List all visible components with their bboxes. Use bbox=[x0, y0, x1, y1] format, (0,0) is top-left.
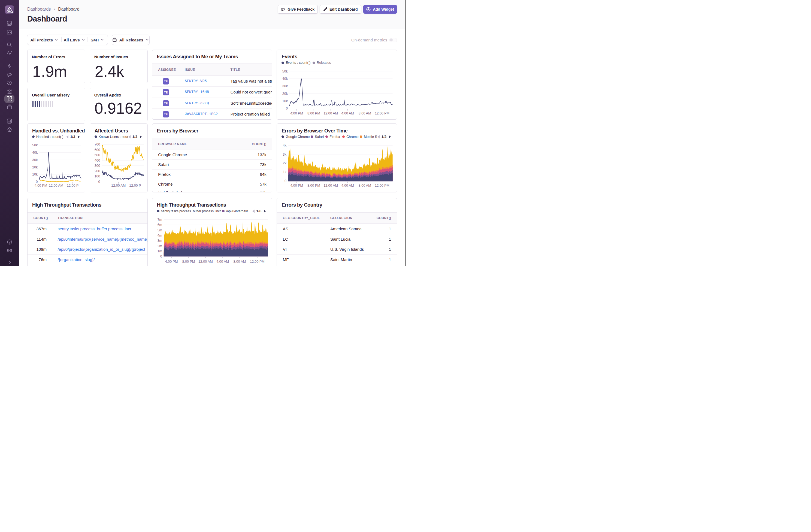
svg-text:3k: 3k bbox=[283, 153, 287, 156]
svg-text:12:00 AM: 12:00 AM bbox=[198, 259, 213, 263]
svg-text:12:00 AM: 12:00 AM bbox=[111, 184, 126, 187]
svg-text:12:00 PM: 12:00 PM bbox=[250, 259, 265, 263]
svg-text:4:00 PM: 4:00 PM bbox=[291, 111, 303, 115]
svg-text:4k: 4k bbox=[283, 143, 287, 148]
svg-text:12:00 PM: 12:00 PM bbox=[375, 184, 390, 187]
svg-text:20k: 20k bbox=[282, 92, 288, 95]
svg-text:7m: 7m bbox=[157, 218, 162, 222]
svg-text:30k: 30k bbox=[32, 158, 38, 162]
svg-text:20k: 20k bbox=[32, 165, 38, 169]
svg-text:12:00 AM: 12:00 AM bbox=[323, 111, 338, 115]
svg-text:600: 600 bbox=[94, 148, 100, 152]
svg-text:8:00 PM: 8:00 PM bbox=[307, 184, 320, 187]
svg-text:10k: 10k bbox=[282, 99, 288, 103]
svg-text:5m: 5m bbox=[157, 228, 162, 232]
svg-text:12:00 P: 12:00 P bbox=[129, 184, 141, 187]
svg-text:1k: 1k bbox=[283, 170, 287, 174]
svg-text:500: 500 bbox=[94, 153, 100, 157]
svg-text:40k: 40k bbox=[32, 151, 38, 154]
svg-text:0: 0 bbox=[286, 106, 288, 110]
svg-text:40k: 40k bbox=[282, 77, 288, 81]
svg-text:8:00 AM: 8:00 AM bbox=[358, 111, 371, 115]
svg-text:400: 400 bbox=[94, 158, 100, 163]
svg-text:4:00 PM: 4:00 PM bbox=[165, 259, 178, 263]
svg-text:8:00 AM: 8:00 AM bbox=[233, 259, 246, 263]
svg-text:4:00 AM: 4:00 AM bbox=[341, 111, 354, 115]
svg-text:50k: 50k bbox=[32, 143, 38, 147]
svg-text:8:00 PM: 8:00 PM bbox=[307, 111, 320, 115]
svg-text:0: 0 bbox=[160, 255, 162, 258]
svg-text:12:00 PM: 12:00 PM bbox=[375, 111, 390, 115]
svg-text:4:00 AM: 4:00 AM bbox=[216, 259, 229, 263]
svg-text:12:00 AM: 12:00 AM bbox=[323, 184, 338, 187]
svg-text:4:00 AM: 4:00 AM bbox=[341, 184, 354, 187]
svg-text:4:00 PM: 4:00 PM bbox=[35, 184, 47, 187]
svg-text:0: 0 bbox=[285, 179, 287, 183]
svg-text:2m: 2m bbox=[157, 244, 162, 248]
svg-text:8:00 AM: 8:00 AM bbox=[358, 184, 371, 187]
svg-text:4m: 4m bbox=[157, 233, 162, 238]
svg-text:12:00 P: 12:00 P bbox=[67, 184, 78, 187]
svg-text:100: 100 bbox=[94, 174, 100, 178]
svg-text:12:00 AM: 12:00 AM bbox=[49, 184, 63, 187]
svg-text:2k: 2k bbox=[283, 161, 287, 165]
svg-text:700: 700 bbox=[94, 142, 100, 146]
svg-text:3m: 3m bbox=[157, 239, 162, 243]
svg-text:4:00 PM: 4:00 PM bbox=[291, 184, 303, 187]
svg-text:8:00 PM: 8:00 PM bbox=[182, 259, 195, 263]
svg-text:0: 0 bbox=[98, 180, 100, 184]
svg-text:0: 0 bbox=[36, 180, 38, 184]
svg-text:50k: 50k bbox=[282, 69, 288, 73]
svg-text:200: 200 bbox=[94, 169, 100, 173]
svg-text:1m: 1m bbox=[157, 249, 162, 253]
svg-text:300: 300 bbox=[94, 164, 100, 168]
svg-text:10k: 10k bbox=[32, 172, 38, 176]
svg-text:30k: 30k bbox=[282, 84, 288, 88]
svg-text:6m: 6m bbox=[157, 223, 162, 227]
